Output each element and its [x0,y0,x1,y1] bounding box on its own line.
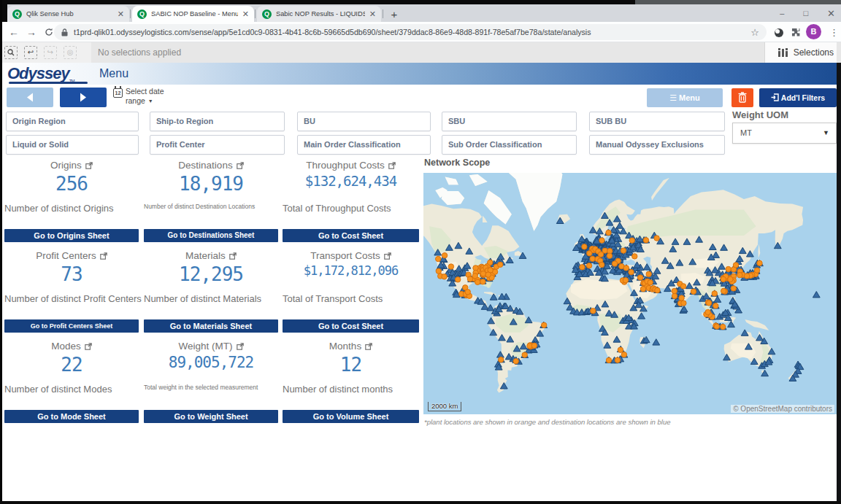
clear-filters-trash-button[interactable] [731,88,753,107]
plant-marker[interactable] [465,290,470,295]
profile-avatar[interactable]: B [806,24,821,39]
plant-marker[interactable] [606,357,611,363]
external-link-icon[interactable] [85,162,93,169]
plant-marker[interactable] [714,324,719,329]
plant-marker[interactable] [480,271,485,276]
filter-profit-center[interactable]: Profit Center [150,135,285,155]
smart-search-icon[interactable] [4,46,18,59]
plant-marker[interactable] [607,253,612,258]
plant-marker[interactable] [637,275,642,280]
step-forward-icon[interactable]: ↪ [44,46,57,59]
address-bar[interactable]: t1prd-qlik01.odysseylogistics.com/sense/… [54,24,767,40]
extension-icon[interactable] [774,27,784,40]
plant-marker[interactable] [646,271,651,276]
plant-marker[interactable] [629,269,634,274]
plant-marker[interactable] [542,322,547,327]
forward-icon[interactable]: → [25,26,38,39]
bookmark-star-icon[interactable]: ☆ [750,27,759,38]
kpi-nav-button[interactable]: Go to Destinations Sheet [144,229,278,242]
plant-marker[interactable] [721,324,726,329]
filter-main-order-classification[interactable]: Main Order Classification [297,135,431,155]
plant-marker[interactable] [522,352,527,357]
plant-marker[interactable] [726,266,731,271]
weight-uom-select[interactable]: MT ▼ [732,123,837,144]
plant-marker[interactable] [721,276,726,282]
maximize-icon[interactable]: □ [803,9,808,18]
kpi-nav-button[interactable]: Go to Profit Centers Sheet [4,319,139,333]
plant-marker[interactable] [713,303,718,309]
external-link-icon[interactable] [229,252,237,260]
plant-marker[interactable] [672,293,677,298]
plant-marker[interactable] [498,262,503,267]
plant-marker[interactable] [721,288,726,293]
close-icon[interactable]: ✕ [827,8,835,19]
clear-selections-icon[interactable]: ◎ [64,46,77,59]
plant-marker[interactable] [436,268,441,274]
filter-sbu[interactable]: SBU [442,112,577,131]
plant-marker[interactable] [472,274,477,279]
extensions-puzzle-icon[interactable] [791,27,801,39]
plant-marker[interactable] [618,347,623,352]
tab-close-icon[interactable]: ✕ [118,9,124,19]
plant-marker[interactable] [623,265,629,271]
plant-marker[interactable] [448,264,453,269]
plant-marker[interactable] [754,268,759,273]
plant-marker[interactable] [680,284,686,289]
plant-marker[interactable] [681,301,686,306]
plant-marker[interactable] [587,251,592,256]
browser-tab-qlik-hub[interactable]: Q Qlik Sense Hub ✕ [7,6,129,22]
plant-marker[interactable] [621,248,626,253]
plant-marker[interactable] [580,265,585,270]
tab-close-icon[interactable]: ✕ [242,9,249,19]
kpi-nav-button[interactable]: Go to Volume Sheet [283,410,419,423]
plant-marker[interactable] [590,256,595,261]
plant-marker[interactable] [442,274,447,279]
plant-marker[interactable] [672,288,677,293]
plant-marker[interactable] [531,343,537,348]
external-link-icon[interactable] [85,343,92,350]
additional-filters-button[interactable]: Add'l Filters [759,88,837,107]
filter-origin-region[interactable]: Origin Region [6,112,139,131]
plant-marker[interactable] [456,277,461,282]
new-tab-button[interactable]: + [387,7,402,22]
menu-button[interactable]: ☰ Menu [647,88,723,107]
plant-marker[interactable] [629,238,634,243]
kpi-nav-button[interactable]: Go to Cost Sheet [283,229,419,242]
previous-sheet-button[interactable] [7,88,53,107]
plant-marker[interactable] [480,279,485,284]
plant-marker[interactable] [691,289,696,294]
plant-marker[interactable] [623,278,628,283]
browser-tab-sabic-results[interactable]: Q Sabic NOP Results - LIQUIDS - S ✕ [257,6,381,22]
filter-manual-odyssey-exclusions[interactable]: Manual Odyssey Exclusions [589,135,725,155]
external-link-icon[interactable] [100,252,107,260]
plant-marker[interactable] [591,309,596,314]
plant-marker[interactable] [513,359,518,364]
plant-marker[interactable] [485,272,491,277]
browser-tab-sabic-baseline[interactable]: Q SABIC NOP Baseline - Menu | Sh ✕ [132,6,254,22]
back-icon[interactable]: ← [7,26,20,39]
plant-marker[interactable] [467,276,472,282]
plant-marker[interactable] [442,253,447,258]
kpi-nav-button[interactable]: Go to Cost Sheet [283,319,419,333]
plant-marker[interactable] [599,238,604,243]
external-link-icon[interactable] [237,343,244,350]
plant-marker[interactable] [615,357,620,363]
plant-marker[interactable] [707,301,712,306]
plant-marker[interactable] [606,230,611,235]
plant-marker[interactable] [488,260,493,265]
selections-tool[interactable]: Selections [764,42,837,63]
kpi-nav-button[interactable]: Go to Mode Sheet [4,410,139,423]
filter-ship-to-region[interactable]: Ship-to Region [150,112,285,131]
browser-menu-kebab-icon[interactable]: ⋮ [829,27,839,38]
plant-marker[interactable] [737,273,742,278]
minimize-icon[interactable]: – [780,9,784,18]
plant-marker[interactable] [436,256,441,261]
kpi-nav-button[interactable]: Go to Materials Sheet [144,319,278,333]
kpi-nav-button[interactable]: Go to Weight Sheet [144,410,278,423]
external-link-icon[interactable] [388,162,396,169]
plant-marker[interactable] [621,352,626,357]
plant-marker[interactable] [731,286,736,291]
date-range-selector[interactable]: 12 Select date range▼ [113,87,193,109]
external-link-icon[interactable] [365,343,372,350]
plant-marker[interactable] [499,357,504,362]
